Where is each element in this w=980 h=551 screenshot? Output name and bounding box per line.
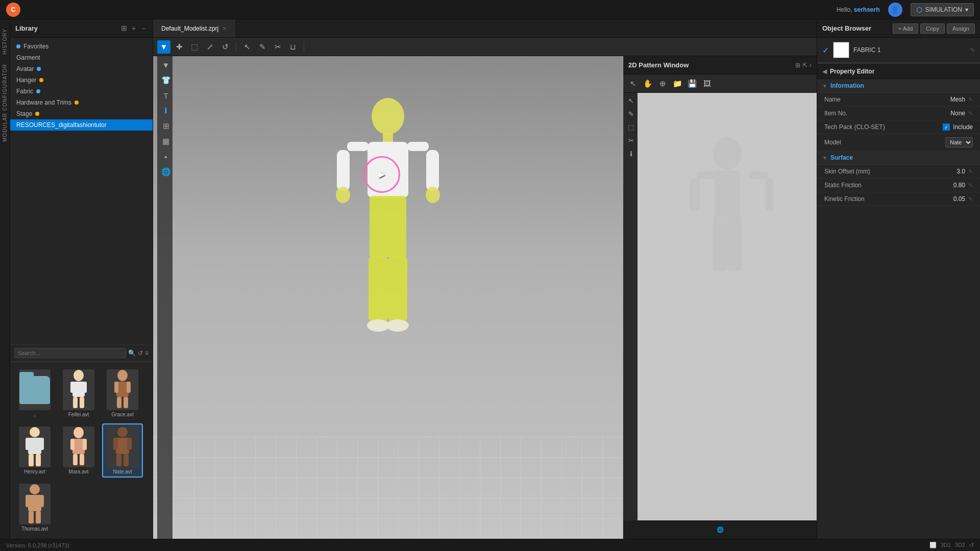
tree-item-fabric[interactable]: Fabric (10, 86, 153, 97)
svg-rect-54 (749, 171, 768, 179)
cursor-tool[interactable]: ↖ (240, 40, 254, 54)
fabric-checkmark[interactable]: ✓ (822, 45, 829, 55)
itemno-label: Item No. (824, 110, 924, 117)
v3d-globe[interactable]: 🌐 (159, 165, 173, 179)
information-section-header[interactable]: ▼ Information (817, 79, 980, 93)
avatar-thumb-grace[interactable]: Grace.avt (102, 366, 143, 420)
move-tool[interactable]: ⤢ (203, 40, 216, 54)
v3d-info[interactable]: ℹ (159, 104, 173, 117)
pt-pan[interactable]: ✋ (641, 77, 654, 90)
tree-item-favorites[interactable]: Favorites (10, 41, 153, 52)
fabric-edit-icon[interactable]: ✎ (970, 46, 975, 54)
tab-close-button[interactable]: × (223, 25, 226, 32)
tree-item-avatar[interactable]: Avatar (10, 63, 153, 74)
history-tab[interactable]: HISTORY (1, 24, 9, 59)
viewport-tab-main[interactable]: Default_Modelist.zprj × (153, 19, 235, 37)
kinetic-friction-edit-icon[interactable]: ✎ (968, 196, 973, 203)
search-icon[interactable]: 🔍 (128, 349, 136, 357)
add-tool[interactable]: ✚ (173, 40, 186, 54)
v3d-select[interactable]: ▼ (159, 58, 173, 71)
v3d-grid[interactable]: ⊞ (159, 119, 173, 133)
refresh-status-icon[interactable]: ↺ (969, 542, 974, 548)
simulation-button[interactable]: ⬡ SIMULATION ▾ (911, 3, 974, 16)
pattern-detach-icon[interactable]: ⇱ (802, 62, 807, 69)
search-input[interactable] (14, 348, 126, 358)
select-box-tool[interactable]: ⬚ (188, 40, 201, 54)
list-icon[interactable]: ≡ (145, 349, 149, 357)
avatar-thumb-feifei[interactable]: Feifei.avt (58, 366, 99, 420)
chevron-down-icon: ▾ (965, 6, 968, 13)
object-browser-title: Object Browser (822, 24, 893, 32)
pt-save[interactable]: 💾 (685, 77, 699, 90)
select-tool[interactable]: ▼ (157, 40, 170, 54)
rotate-tool[interactable]: ↺ (218, 40, 232, 54)
svg-rect-9 (127, 382, 131, 393)
itemno-value: None (924, 110, 965, 117)
expand-icon[interactable]: ⊞ (121, 24, 127, 33)
add-icon[interactable]: ＋ (130, 24, 137, 33)
svg-rect-28 (116, 454, 121, 466)
skin-offset-edit-icon[interactable]: ✎ (968, 168, 973, 175)
avatar-thumb-nate[interactable]: Nate.avt (102, 423, 143, 478)
surface-section-header[interactable]: ▼ Surface (817, 151, 980, 165)
prop-editor-toggle-icon[interactable]: ◀ (822, 68, 827, 75)
username-label: serhserh (854, 6, 880, 13)
pattern-window-title: 2D Pattern Window (628, 61, 795, 69)
svg-rect-34 (29, 511, 34, 523)
add-button[interactable]: + Add (893, 23, 918, 34)
pt-folder[interactable]: 📁 (671, 77, 684, 90)
thomas-img (19, 484, 51, 524)
avatar-thumb-thomas[interactable]: Thomas.avt (14, 481, 55, 535)
library-panel: Library ⊞ ＋ － Favorites Garment Avatar H… (10, 19, 153, 539)
tree-item-resources[interactable]: RESOURCES_digitalfashiontutor (10, 119, 153, 131)
fabric-swatch[interactable] (833, 42, 849, 58)
svg-rect-17 (36, 454, 41, 466)
folder-icon (19, 376, 50, 404)
ptool-cut[interactable]: ✂ (625, 135, 636, 146)
model-select[interactable]: Nate (945, 137, 973, 147)
feifei-figure (63, 369, 94, 410)
pt-cursor[interactable]: ↖ (626, 77, 640, 90)
refresh-icon[interactable]: ↺ (138, 349, 143, 357)
v3d-point[interactable]: • (159, 150, 173, 163)
user-avatar-icon[interactable]: 👤 (888, 3, 902, 17)
avatar-thumb-folder[interactable]: .. (14, 366, 55, 420)
remove-icon[interactable]: － (140, 24, 148, 33)
dot-icon (37, 67, 41, 71)
merge-tool[interactable]: ⊔ (286, 40, 300, 54)
static-friction-label: Static Friction (824, 182, 924, 189)
tree-item-hanger[interactable]: Hanger (10, 74, 153, 86)
avatar-thumb-henry[interactable]: Henry.avt (14, 423, 55, 478)
pt-zoom[interactable]: ⊕ (656, 77, 669, 90)
cut-tool[interactable]: ✂ (271, 40, 284, 54)
itemno-edit-icon[interactable]: ✎ (968, 110, 973, 117)
view3d[interactable]: ▶ ▼ 👕 T ℹ ⊞ ▦ • 🌐 (153, 56, 623, 539)
pattern-canvas[interactable] (638, 93, 817, 520)
tree-item-stage[interactable]: Stage (10, 108, 153, 119)
pattern-chevron-icon[interactable]: › (810, 62, 812, 69)
svg-rect-21 (83, 439, 87, 450)
pattern-expand-icon[interactable]: ⊞ (795, 62, 800, 69)
app-logo[interactable]: C (6, 3, 20, 17)
copy-button[interactable]: Copy (920, 23, 945, 34)
assign-button[interactable]: Assign (947, 23, 975, 34)
svg-rect-37 (383, 133, 393, 143)
pt-img[interactable]: 🖼 (700, 77, 714, 90)
name-edit-icon[interactable]: ✎ (968, 96, 973, 103)
pattern-toolbar: ↖ ✋ ⊕ 📁 💾 🖼 (623, 74, 817, 93)
tree-item-hardware[interactable]: Hardware and Trims (10, 97, 153, 108)
techpack-checkbox[interactable]: ✓ (943, 123, 950, 131)
v3d-layer[interactable]: ▦ (159, 135, 173, 148)
modular-configurator-tab[interactable]: MODULAR CONFIGURATOR (1, 60, 9, 146)
ptool-info[interactable]: ℹ (625, 148, 636, 159)
ptool-cursor[interactable]: ↖ (625, 95, 636, 106)
tree-item-garment[interactable]: Garment (10, 52, 153, 63)
ptool-pen[interactable]: ✎ (625, 108, 636, 119)
static-friction-edit-icon[interactable]: ✎ (968, 182, 973, 189)
avatar-thumb-mara[interactable]: Mara.avt (58, 423, 99, 478)
v3d-t[interactable]: T (159, 89, 173, 102)
ptool-rect[interactable]: ⬚ (625, 121, 636, 133)
svg-rect-29 (124, 454, 129, 466)
pen-tool[interactable]: ✎ (256, 40, 269, 54)
v3d-shirt[interactable]: 👕 (159, 73, 173, 87)
